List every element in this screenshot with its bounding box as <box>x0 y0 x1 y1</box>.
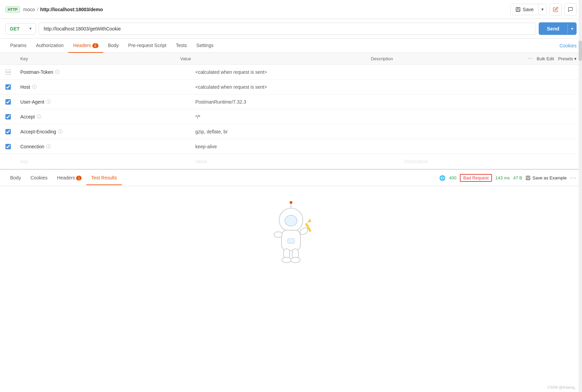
table-row: User-Agent ⓘ PostmanRuntime/7.32.3 <box>0 94 582 109</box>
edit-icon <box>553 7 558 12</box>
table-row-placeholder: Key Value Description <box>0 154 582 169</box>
desc-cell-6 <box>402 144 577 149</box>
desc-cell-2 <box>402 84 577 90</box>
desc-cell-1 <box>402 69 577 75</box>
status-text-badge: Bad Request <box>460 174 492 182</box>
desc-cell-5 <box>402 129 577 134</box>
key-cell-6: Connection ⓘ <box>18 141 193 152</box>
response-more-button[interactable]: ··· <box>570 175 577 181</box>
table-row: Postman-Token ⓘ <calculated when request… <box>0 65 582 80</box>
response-tab-test-results[interactable]: Test Results <box>86 171 121 185</box>
value-column-header: Value <box>177 56 368 61</box>
table-row: Connection ⓘ keep-alive <box>0 139 582 154</box>
info-icon-2[interactable]: ⓘ <box>32 84 37 90</box>
bulk-edit-button[interactable]: Bulk Edit <box>537 56 554 61</box>
top-bar-actions: Save ▾ <box>510 3 577 16</box>
checkbox-cell <box>5 84 18 90</box>
tab-params[interactable]: Params <box>5 39 31 53</box>
cookies-link[interactable]: Cookies <box>559 43 577 48</box>
placeholder-desc: Description <box>402 156 577 167</box>
info-icon-3[interactable]: ⓘ <box>46 99 51 105</box>
comment-icon <box>568 7 573 12</box>
tab-prerequest[interactable]: Pre-request Script <box>124 39 171 53</box>
info-icon-4[interactable]: ⓘ <box>37 114 41 120</box>
checkbox-cell <box>5 99 18 105</box>
value-cell-5: gzip, deflate, br <box>193 126 402 137</box>
request-tabs: Params Authorization Headers 6 Body Pre-… <box>0 39 582 53</box>
edit-button[interactable] <box>550 3 562 16</box>
value-cell-4: */* <box>193 111 402 122</box>
astronaut-illustration <box>261 200 321 274</box>
checkbox-cell <box>5 114 18 119</box>
svg-marker-12 <box>307 219 311 223</box>
tab-tests[interactable]: Tests <box>171 39 192 53</box>
url-bar: GET ▾ Send ▾ <box>0 19 582 39</box>
table-row: Accept ⓘ */* <box>0 109 582 124</box>
save-example-icon <box>525 175 531 180</box>
send-dropdown-button[interactable]: ▾ <box>568 23 577 35</box>
method-dropdown-arrow: ▾ <box>29 26 31 31</box>
scrollbar-thumb[interactable] <box>579 41 582 61</box>
svg-point-15 <box>282 257 291 263</box>
desc-cell-3 <box>402 99 577 105</box>
key-cell-2: Host ⓘ <box>18 81 193 93</box>
send-button[interactable]: Send <box>539 22 567 35</box>
save-dropdown-button[interactable]: ▾ <box>539 4 546 14</box>
table-row: Accept-Encoding ⓘ gzip, deflate, br <box>0 124 582 139</box>
info-icon-6[interactable]: ⓘ <box>46 144 51 150</box>
save-example-label: Save as Example <box>532 175 566 180</box>
response-meta: 🌐 400 Bad Request 143 ms 47 B Save as Ex… <box>439 174 577 182</box>
save-example-button[interactable]: Save as Example <box>525 175 566 180</box>
save-button-group: Save ▾ <box>510 4 547 15</box>
method-selector[interactable]: GET ▾ <box>5 23 36 35</box>
row-checkbox-2[interactable] <box>5 84 11 90</box>
svg-point-7 <box>290 201 292 204</box>
save-button[interactable]: Save <box>511 4 538 15</box>
row-checkbox-3[interactable] <box>5 99 11 105</box>
placeholder-key[interactable]: Key <box>18 156 193 167</box>
tab-headers[interactable]: Headers 6 <box>68 39 103 53</box>
key-column-header: Key <box>18 56 177 61</box>
more-options-icon[interactable]: ··· <box>528 56 533 62</box>
tab-body[interactable]: Body <box>103 39 124 53</box>
send-button-group: Send ▾ <box>539 22 577 35</box>
svg-rect-3 <box>527 178 529 180</box>
value-cell-6: keep-alive <box>193 141 402 152</box>
scrollbar-track[interactable] <box>579 0 582 288</box>
desc-cell-4 <box>402 114 577 119</box>
method-label: GET <box>10 26 20 31</box>
response-tab-headers[interactable]: Headers 1 <box>52 171 87 185</box>
row-checkbox-4[interactable] <box>5 114 11 119</box>
svg-rect-17 <box>288 239 294 243</box>
row-checkbox-5[interactable] <box>5 129 11 134</box>
http-badge: HTTP <box>5 6 20 13</box>
breadcrumb-current: http://localhost:18003/demo <box>40 7 103 12</box>
comment-button[interactable] <box>564 3 577 16</box>
response-tabs: Body Cookies Headers 1 Test Results 🌐 40… <box>0 170 582 186</box>
value-cell-2: <calculated when request is sent> <box>193 82 402 92</box>
checkbox-cell <box>5 129 18 134</box>
table-actions: ··· Bulk Edit Presets ▾ <box>528 56 577 62</box>
info-icon-1[interactable]: ⓘ <box>55 69 60 75</box>
row-checkbox-6[interactable] <box>5 144 11 149</box>
breadcrumb-root[interactable]: moco <box>23 7 35 12</box>
globe-icon: 🌐 <box>439 175 446 181</box>
row-checkbox-1[interactable] <box>5 69 11 75</box>
value-cell-1: <calculated when request is sent> <box>193 67 402 78</box>
svg-point-16 <box>291 257 300 263</box>
response-tab-cookies[interactable]: Cookies <box>26 171 52 185</box>
key-cell-4: Accept ⓘ <box>18 111 193 123</box>
headers-column-headers: Key Value Description ··· Bulk Edit Pres… <box>0 53 582 65</box>
tab-authorization[interactable]: Authorization <box>31 39 68 53</box>
table-row: Host ⓘ <calculated when request is sent> <box>0 80 582 94</box>
checkbox-cell <box>5 69 18 75</box>
tab-settings[interactable]: Settings <box>192 39 218 53</box>
headers-table-body: Postman-Token ⓘ <calculated when request… <box>0 65 582 169</box>
response-tab-body[interactable]: Body <box>5 171 26 185</box>
presets-dropdown[interactable]: Presets ▾ <box>558 56 577 61</box>
url-input[interactable] <box>39 23 536 35</box>
breadcrumb-separator: / <box>37 7 38 12</box>
info-icon-5[interactable]: ⓘ <box>58 129 63 135</box>
response-size: 47 B <box>513 175 522 180</box>
save-icon <box>515 7 521 12</box>
